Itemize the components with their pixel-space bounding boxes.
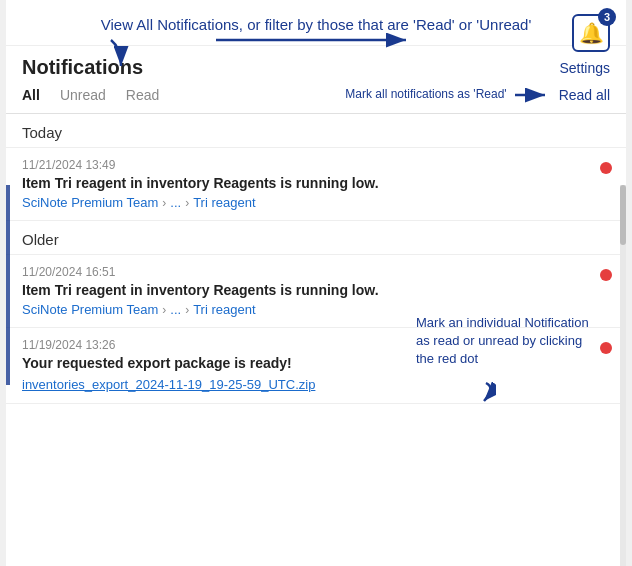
arrow-to-title [91, 38, 151, 68]
breadcrumb-sep-3: › [162, 303, 166, 317]
tab-all[interactable]: All [22, 83, 50, 107]
breadcrumb-end-1[interactable]: Tri reagent [193, 195, 255, 210]
bell-icon: 🔔 [579, 21, 604, 45]
breadcrumb-sep-1: › [162, 196, 166, 210]
arrow-to-read-all [513, 87, 553, 103]
breadcrumb-org-1[interactable]: SciNote Premium Team [22, 195, 158, 210]
tabs-container: All Unread Read [22, 83, 169, 107]
tab-unread[interactable]: Unread [50, 83, 116, 107]
notification-item-3: 11/19/2024 13:26 Your requested export p… [6, 328, 626, 404]
breadcrumb-sep-4: › [185, 303, 189, 317]
main-panel: View All Notifications, or filter by tho… [6, 0, 626, 566]
message-3: Your requested export package is ready! [22, 355, 610, 371]
tab-read[interactable]: Read [116, 83, 169, 107]
bell-badge: 3 [598, 8, 616, 26]
timestamp-2: 11/20/2024 16:51 [22, 265, 610, 279]
scrollbar-track[interactable] [620, 185, 626, 566]
unread-dot-2[interactable] [600, 269, 612, 281]
breadcrumb-org-2[interactable]: SciNote Premium Team [22, 302, 158, 317]
section-today: Today [6, 114, 626, 148]
breadcrumb-mid-1: ... [170, 195, 181, 210]
notification-item: 11/21/2024 13:49 Item Tri reagent in inv… [6, 148, 626, 221]
message-2: Item Tri reagent in inventory Reagents i… [22, 282, 610, 298]
top-annotation-text: View All Notifications, or filter by tho… [22, 14, 610, 35]
unread-dot-3[interactable] [600, 342, 612, 354]
scrollbar-thumb[interactable] [620, 185, 626, 245]
mark-all-area: Mark all notifications as 'Read' Read al… [345, 87, 610, 103]
mark-all-annotation: Mark all notifications as 'Read' [345, 87, 506, 103]
read-all-button[interactable]: Read all [559, 87, 610, 103]
settings-link[interactable]: Settings [559, 60, 610, 76]
breadcrumb-2: SciNote Premium Team › ... › Tri reagent [22, 302, 610, 317]
notifications-header: Notifications Settings [6, 46, 626, 83]
breadcrumb-sep-2: › [185, 196, 189, 210]
left-accent-bar [6, 185, 10, 385]
export-link[interactable]: inventories_export_2024-11-19_19-25-59_U… [22, 377, 315, 392]
notification-item-2: 11/20/2024 16:51 Item Tri reagent in inv… [6, 255, 626, 328]
section-older: Older [6, 221, 626, 255]
notifications-content[interactable]: Mark an individual Notification as read … [6, 114, 626, 495]
timestamp-3: 11/19/2024 13:26 [22, 338, 610, 352]
unread-dot-1[interactable] [600, 162, 612, 174]
breadcrumb-mid-2: ... [170, 302, 181, 317]
message-1: Item Tri reagent in inventory Reagents i… [22, 175, 610, 191]
breadcrumb-end-2[interactable]: Tri reagent [193, 302, 255, 317]
timestamp-1: 11/21/2024 13:49 [22, 158, 610, 172]
breadcrumb-1: SciNote Premium Team › ... › Tri reagent [22, 195, 610, 210]
